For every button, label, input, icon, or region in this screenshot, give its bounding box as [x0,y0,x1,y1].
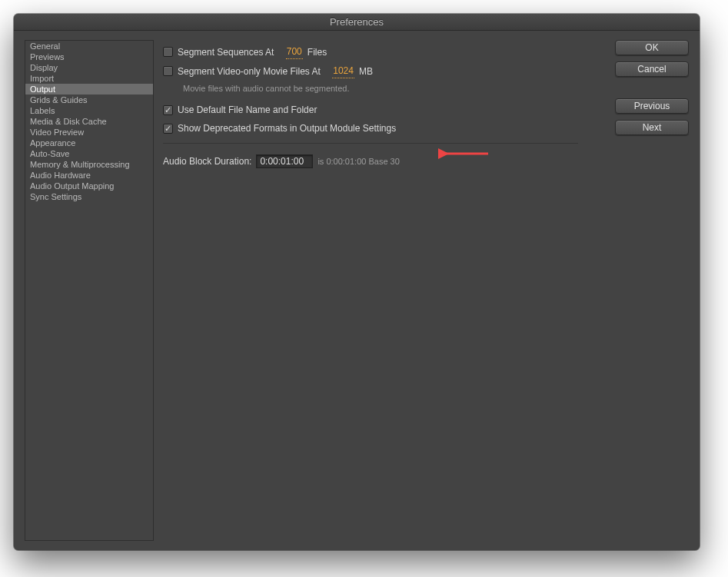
sidebar-item-audio-hardware[interactable]: Audio Hardware [25,170,153,181]
audio-block-label: Audio Block Duration: [163,154,251,168]
segment-sequences-row: Segment Sequences At 700 Files [163,45,607,59]
previous-button[interactable]: Previous [615,98,689,114]
segment-video-note: Movie files with audio cannot be segment… [183,81,607,95]
audio-block-note: is 0:00:01:00 Base 30 [317,154,399,168]
ok-button[interactable]: OK [615,40,689,55]
use-default-name-checkbox[interactable] [163,105,173,115]
segment-video-label-pre: Segment Video-only Movie Files At [178,65,321,78]
window-title: Preferences [330,16,384,28]
sidebar-item-labels[interactable]: Labels [25,105,153,116]
sidebar-item-memory-multiprocessing[interactable]: Memory & Multiprocessing [25,159,153,170]
audio-block-row: Audio Block Duration: is 0:00:01:00 Base… [163,154,607,168]
segment-sequences-label-post: Files [307,45,327,59]
dialog-button-column: OK Cancel Previous Next [615,40,689,541]
section-divider [163,143,578,144]
sidebar-item-auto-save[interactable]: Auto-Save [25,148,153,159]
segment-video-value[interactable]: 1024 [332,64,354,78]
window-content: GeneralPreviewsDisplayImportOutputGrids … [14,31,700,550]
segment-sequences-label-pre: Segment Sequences At [178,45,274,59]
segment-video-checkbox[interactable] [163,66,173,76]
preferences-window: Preferences GeneralPreviewsDisplayImport… [14,14,700,550]
sidebar-item-display[interactable]: Display [25,62,153,73]
sidebar-item-grids-guides[interactable]: Grids & Guides [25,95,153,105]
show-deprecated-row: Show Deprecated Formats in Output Module… [163,121,607,135]
sidebar-item-audio-output-mapping[interactable]: Audio Output Mapping [25,181,153,191]
sidebar-item-sync-settings[interactable]: Sync Settings [25,191,153,202]
next-button[interactable]: Next [615,120,689,135]
cancel-button[interactable]: Cancel [615,61,689,77]
use-default-name-row: Use Default File Name and Folder [163,103,607,117]
sidebar-item-output[interactable]: Output [25,84,153,95]
sidebar-item-previews[interactable]: Previews [25,51,153,62]
sidebar-item-import[interactable]: Import [25,73,153,84]
segment-sequences-value[interactable]: 700 [286,45,303,59]
sidebar-item-video-preview[interactable]: Video Preview [25,127,153,138]
segment-video-row: Segment Video-only Movie Files At 1024 M… [163,64,607,78]
sidebar-item-media-disk-cache[interactable]: Media & Disk Cache [25,116,153,127]
segment-sequences-checkbox[interactable] [163,47,173,57]
window-titlebar: Preferences [14,14,700,31]
sidebar-item-general[interactable]: General [25,41,153,51]
use-default-name-label: Use Default File Name and Folder [178,103,317,117]
sidebar-item-appearance[interactable]: Appearance [25,138,153,148]
output-settings-panel: Segment Sequences At 700 Files Segment V… [161,40,607,541]
show-deprecated-label: Show Deprecated Formats in Output Module… [178,121,396,135]
category-sidebar: GeneralPreviewsDisplayImportOutputGrids … [25,40,154,541]
segment-video-label-post: MB [359,65,373,78]
audio-block-input[interactable] [256,154,313,168]
show-deprecated-checkbox[interactable] [163,124,173,134]
